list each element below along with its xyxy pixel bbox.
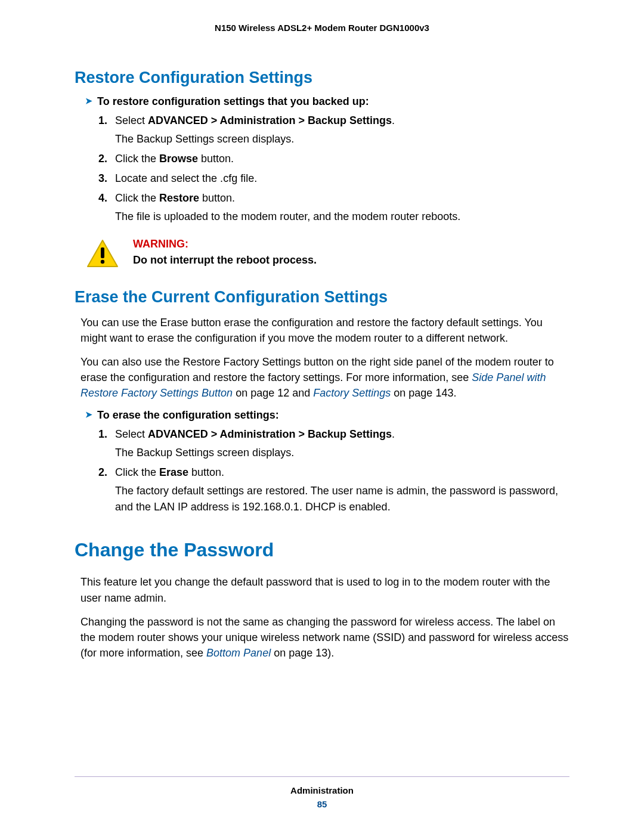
step-suffix: . <box>392 428 395 440</box>
para-text: on page 13). <box>271 647 334 659</box>
step-suffix: . <box>392 114 395 126</box>
svg-rect-1 <box>101 247 104 258</box>
step-text: Click the <box>115 466 159 478</box>
warning-text: WARNING: Do not interrupt the reboot pro… <box>133 238 317 267</box>
step-text: Locate and select the .cfg file. <box>115 172 257 184</box>
step-text: Select <box>115 114 148 126</box>
link-factory-settings[interactable]: Factory Settings <box>313 387 391 399</box>
step-number: 1. <box>98 426 107 442</box>
step-item: 4. Click the Restore button. The file is… <box>98 190 569 225</box>
link-bottom-panel[interactable]: Bottom Panel <box>206 647 271 659</box>
footer-label: Administration <box>75 785 569 795</box>
step-subtext: The Backup Settings screen displays. <box>115 131 569 147</box>
task-label: To erase the configuration settings: <box>97 409 279 421</box>
steps-erase: 1. Select ADVANCED > Administration > Ba… <box>98 426 569 515</box>
step-subtext: The Backup Settings screen displays. <box>115 445 569 461</box>
step-number: 3. <box>98 171 107 187</box>
paragraph: You can use the Erase button erase the c… <box>80 315 569 346</box>
para-text: on page 12 and <box>233 387 313 399</box>
step-text: Click the <box>115 153 159 165</box>
page-footer: Administration 85 <box>75 776 569 809</box>
warning-block: WARNING: Do not interrupt the reboot pro… <box>86 238 569 270</box>
paragraph: You can also use the Restore Factory Set… <box>80 354 569 401</box>
step-number: 2. <box>98 151 107 167</box>
paragraph: This feature let you change the default … <box>80 574 569 605</box>
section-title-erase: Erase the Current Configuration Settings <box>75 288 569 306</box>
paragraph: Changing the password is not the same as… <box>80 614 569 661</box>
task-restore: ➤To restore configuration settings that … <box>85 95 569 108</box>
document-header: N150 Wireless ADSL2+ Modem Router DGN100… <box>75 23 569 33</box>
section-title-restore: Restore Configuration Settings <box>75 69 569 87</box>
step-bold: Erase <box>159 466 188 478</box>
step-text: Click the <box>115 192 159 204</box>
step-subtext: The factory default settings are restore… <box>115 483 569 515</box>
step-item: 3. Locate and select the .cfg file. <box>98 171 569 187</box>
warning-label: WARNING: <box>133 238 317 250</box>
step-number: 4. <box>98 190 107 206</box>
step-bold: Browse <box>159 153 198 165</box>
step-bold: Restore <box>159 192 199 204</box>
task-erase: ➤To erase the configuration settings: <box>85 409 569 422</box>
step-item: 2. Click the Erase button. The factory d… <box>98 465 569 515</box>
step-item: 2. Click the Browse button. <box>98 151 569 167</box>
step-text: button. <box>188 466 224 478</box>
para-text: on page 143. <box>391 387 456 399</box>
section-title-change-password: Change the Password <box>75 539 569 561</box>
step-text: button. <box>199 192 235 204</box>
task-label: To restore configuration settings that y… <box>97 95 369 107</box>
step-number: 1. <box>98 113 107 129</box>
chevron-right-icon: ➤ <box>85 410 97 419</box>
footer-rule <box>75 776 569 777</box>
step-text: button. <box>198 153 234 165</box>
svg-point-2 <box>101 260 104 264</box>
step-bold: ADVANCED > Administration > Backup Setti… <box>148 114 392 126</box>
warning-icon <box>86 239 119 270</box>
warning-body: Do not interrupt the reboot process. <box>133 254 317 267</box>
step-item: 1. Select ADVANCED > Administration > Ba… <box>98 113 569 147</box>
step-number: 2. <box>98 465 107 481</box>
step-text: Select <box>115 428 148 440</box>
step-bold: ADVANCED > Administration > Backup Setti… <box>148 428 392 440</box>
steps-restore: 1. Select ADVANCED > Administration > Ba… <box>98 113 569 225</box>
footer-page-number: 85 <box>75 799 569 809</box>
page-container: N150 Wireless ADSL2+ Modem Router DGN100… <box>0 0 644 833</box>
step-item: 1. Select ADVANCED > Administration > Ba… <box>98 426 569 461</box>
step-subtext: The file is uploaded to the modem router… <box>115 209 569 225</box>
chevron-right-icon: ➤ <box>85 96 97 106</box>
